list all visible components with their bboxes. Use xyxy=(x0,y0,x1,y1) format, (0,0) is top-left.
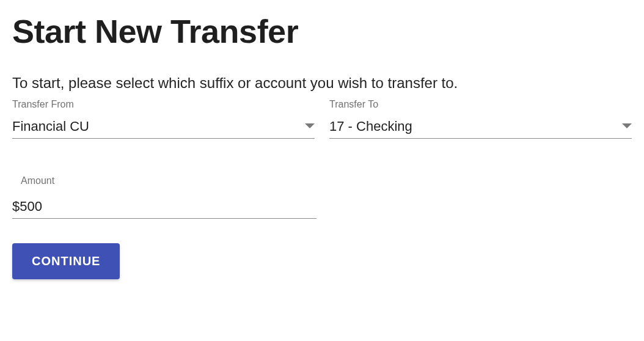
chevron-down-icon xyxy=(305,121,315,132)
svg-marker-1 xyxy=(622,123,632,128)
transfer-to-select[interactable]: 17 - Checking xyxy=(329,115,632,139)
svg-marker-0 xyxy=(305,123,315,128)
continue-button[interactable]: CONTINUE xyxy=(12,243,120,279)
page-title: Start New Transfer xyxy=(12,12,632,50)
transfer-to-label: Transfer To xyxy=(329,99,632,110)
transfer-from-select[interactable]: Financial CU xyxy=(12,115,315,139)
transfer-from-label: Transfer From xyxy=(12,99,315,110)
transfer-to-value: 17 - Checking xyxy=(329,119,412,134)
chevron-down-icon xyxy=(622,121,632,132)
instruction-text: To start, please select which suffix or … xyxy=(12,75,632,92)
amount-input[interactable] xyxy=(12,195,317,219)
transfer-from-value: Financial CU xyxy=(12,119,89,134)
amount-label: Amount xyxy=(12,175,317,186)
